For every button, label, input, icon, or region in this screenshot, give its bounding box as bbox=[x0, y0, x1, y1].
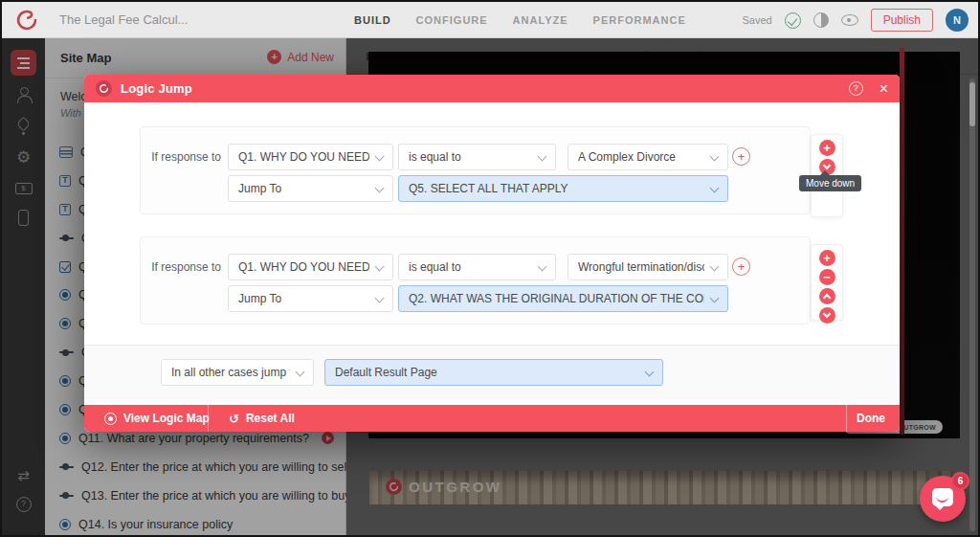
add-rule-button[interactable]: + bbox=[819, 250, 835, 266]
chevron-down-icon bbox=[710, 294, 720, 303]
move-up-button[interactable] bbox=[819, 288, 835, 304]
close-icon[interactable]: × bbox=[880, 81, 888, 97]
logic-rule-card-2: If response to Q1. WHY DO YOU NEED TO H … bbox=[140, 236, 811, 324]
otherwise-section: In all other cases jump to Default Resul… bbox=[84, 345, 900, 405]
chevron-down-icon bbox=[375, 152, 385, 162]
topbar-actions: Saved Publish N bbox=[742, 2, 969, 38]
remove-rule-button[interactable]: − bbox=[819, 269, 835, 285]
app-title: The Legal Fee Calcul... bbox=[59, 2, 188, 38]
contrast-toggle-icon[interactable] bbox=[813, 12, 829, 28]
chevron-down-icon bbox=[710, 184, 720, 193]
chevron-down-icon bbox=[296, 368, 305, 377]
app-screen: The Legal Fee Calcul... BUILD CONFIGURE … bbox=[0, 0, 980, 537]
avatar[interactable]: N bbox=[946, 9, 969, 32]
question-select[interactable]: Q1. WHY DO YOU NEED TO H bbox=[228, 254, 393, 280]
jump-to-select[interactable]: Jump To bbox=[228, 175, 393, 202]
logic-jump-modal: Logic Jump ? × If response to Q1. WHY DO… bbox=[84, 75, 900, 432]
help-icon[interactable]: ? bbox=[849, 81, 863, 96]
chat-launcher[interactable]: 6 bbox=[920, 476, 966, 522]
otherwise-select[interactable]: In all other cases jump to bbox=[161, 359, 314, 386]
preview-eye-icon[interactable] bbox=[841, 14, 858, 26]
chevron-down-icon bbox=[375, 262, 385, 272]
tab-performance[interactable]: PERFORMANCE bbox=[593, 14, 686, 26]
answer-value-select[interactable]: A Complex Divorce bbox=[568, 144, 728, 170]
outgrow-logo-icon bbox=[96, 80, 112, 97]
jump-target-select[interactable]: Q2. WHAT WAS THE ORIGINAL DURATION OF TH… bbox=[398, 285, 728, 312]
tab-analyze[interactable]: ANALYZE bbox=[513, 14, 568, 26]
saved-check-icon bbox=[785, 12, 801, 29]
chevron-down-icon bbox=[710, 262, 720, 272]
chevron-down-icon bbox=[710, 152, 720, 162]
jump-target-select[interactable]: Q5. SELECT ALL THAT APPLY bbox=[398, 175, 728, 202]
chevron-down-icon bbox=[375, 184, 385, 193]
jump-to-select[interactable]: Jump To bbox=[228, 285, 393, 312]
eye-icon bbox=[104, 413, 117, 425]
move-down-button[interactable] bbox=[819, 307, 835, 324]
tab-configure[interactable]: CONFIGURE bbox=[416, 14, 488, 26]
move-down-tooltip: Move down bbox=[799, 175, 861, 191]
modal-footer: View Logic Map ↻ Reset All Done bbox=[84, 405, 900, 432]
otherwise-target-select[interactable]: Default Result Page bbox=[324, 359, 663, 386]
done-button[interactable]: Done bbox=[857, 405, 885, 432]
topbar: The Legal Fee Calcul... BUILD CONFIGURE … bbox=[2, 2, 978, 38]
if-response-label: If response to bbox=[141, 260, 221, 274]
logic-rule-card-1: If response to Q1. WHY DO YOU NEED TO H … bbox=[140, 126, 811, 214]
chat-bubble-icon bbox=[932, 488, 953, 506]
modal-header: Logic Jump ? × bbox=[84, 75, 900, 102]
add-rule-button[interactable]: + bbox=[819, 140, 835, 156]
page-scrollbar[interactable] bbox=[969, 78, 975, 531]
answer-value-select[interactable]: Wrongful termination/discrimina bbox=[568, 254, 728, 280]
chevron-down-icon bbox=[645, 368, 655, 377]
modal-title: Logic Jump bbox=[121, 81, 192, 96]
tab-build[interactable]: BUILD bbox=[354, 14, 391, 26]
operator-select[interactable]: is equal to bbox=[398, 254, 556, 280]
view-logic-map-button[interactable]: View Logic Map bbox=[104, 405, 210, 432]
chat-unread-badge: 6 bbox=[951, 472, 969, 490]
chevron-down-icon bbox=[538, 262, 547, 272]
publish-button[interactable]: Publish bbox=[871, 9, 933, 32]
outgrow-logo-icon[interactable] bbox=[14, 8, 39, 33]
add-condition-icon[interactable]: + bbox=[732, 257, 750, 276]
chevron-down-icon bbox=[375, 294, 385, 303]
operator-select[interactable]: is equal to bbox=[398, 144, 556, 170]
scrollbar-thumb[interactable] bbox=[969, 82, 975, 126]
reset-icon: ↻ bbox=[229, 413, 239, 425]
modal-body: If response to Q1. WHY DO YOU NEED TO H … bbox=[84, 102, 900, 405]
main-tabs: BUILD CONFIGURE ANALYZE PERFORMANCE bbox=[354, 2, 686, 38]
add-condition-icon[interactable]: + bbox=[732, 147, 750, 166]
saved-status: Saved bbox=[742, 14, 771, 26]
rule-2-controls: + − bbox=[811, 244, 843, 321]
chevron-down-icon bbox=[538, 152, 547, 162]
question-select[interactable]: Q1. WHY DO YOU NEED TO H bbox=[228, 144, 393, 170]
if-response-label: If response to bbox=[141, 150, 221, 164]
reset-all-button[interactable]: ↻ Reset All bbox=[229, 405, 295, 432]
